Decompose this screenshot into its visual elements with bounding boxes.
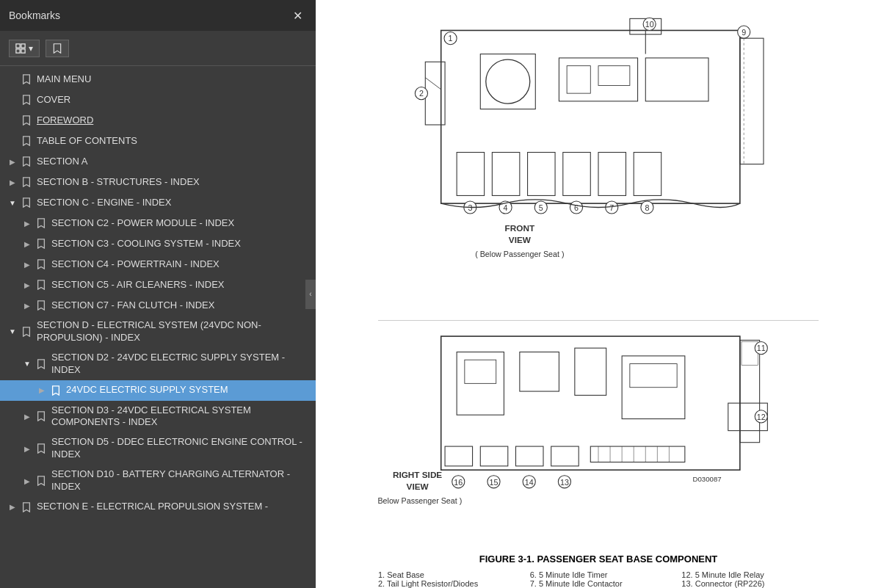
expand-arrow-section-c4[interactable]: ▶ [21,261,34,269]
bookmark-item-section-c4[interactable]: ▶ SECTION C4 - POWERTRAIN - INDEX [0,254,316,275]
layout-btn-arrow: ▾ [29,43,33,54]
svg-text:VIEW: VIEW [509,235,532,244]
svg-rect-58 [516,446,544,466]
svg-rect-56 [445,446,473,466]
expand-arrow-section-b[interactable]: ▶ [6,178,19,186]
svg-text:FRONT: FRONT [505,223,535,233]
bookmark-item-cover[interactable]: ▶ COVER [0,90,316,110]
svg-rect-17 [528,152,555,195]
svg-rect-48 [465,360,496,383]
bookmark-icon-section-c2 [35,217,47,229]
svg-rect-11 [740,38,764,164]
diagram-area: 10 2 1 9 3 4 5 6 7 8 [378,15,819,588]
bookmark-item-toc[interactable]: ▶ TABLE OF CONTENTS [0,131,316,151]
expand-arrow-section-c2[interactable]: ▶ [21,219,34,228]
expand-arrow-section-e[interactable]: ▶ [6,503,19,511]
expand-arrow-24vdc[interactable]: ▶ [35,386,48,394]
bookmark-icon-24vdc [50,385,62,396]
bookmark-icon-button[interactable] [46,40,69,57]
svg-text:6: 6 [574,203,579,212]
legend-item-13: 13. Connector (RP226) [681,579,819,588]
bookmark-label-section-c3: SECTION C3 - COOLING SYSTEM - INDEX [51,238,310,250]
legend-col-2: 6. 5 Minute Idle Timer 7. 5 Minute Idle … [530,570,667,588]
bookmark-list: ▶ MAIN MENU▶ COVER▶ FOREWORD▶ TABLE OF C… [0,66,316,588]
sidebar-toolbar: ▾ [0,31,316,66]
bookmark-item-section-b[interactable]: ▶ SECTION B - STRUCTURES - INDEX [0,172,316,192]
bookmark-item-section-e[interactable]: ▶ SECTION E - ELECTRICAL PROPULSION SYST… [0,497,316,518]
bookmark-item-section-d2[interactable]: ▼ SECTION D2 - 24VDC ELECTRIC SUPPLY SYS… [0,348,316,380]
bookmark-label-main-menu: MAIN MENU [37,73,310,86]
svg-rect-9 [598,66,630,86]
close-button[interactable]: ✕ [289,7,307,24]
expand-arrow-section-d2[interactable]: ▼ [21,360,34,368]
svg-rect-50 [575,348,606,395]
bookmark-item-section-d5[interactable]: ▶ SECTION D5 - DDEC ELECTRONIC ENGINE CO… [0,432,316,465]
svg-text:1: 1 [449,34,453,43]
right-side-view-diagram: 11 12 16 15 14 13 D030087 RIGHT SIDE VIE… [378,324,819,545]
svg-rect-8 [567,66,590,93]
svg-rect-18 [563,152,590,195]
bookmark-icon-main-menu [21,73,32,85]
bookmark-icon-section-b [21,176,32,188]
svg-rect-16 [492,152,519,195]
bookmark-label-section-d2: SECTION D2 - 24VDC ELECTRIC SUPPLY SYSTE… [51,352,310,377]
figure-title: FIGURE 3-1. PASSENGER SEAT BASE COMPONEN… [378,553,819,565]
expand-arrow-section-d5[interactable]: ▶ [21,445,34,453]
svg-text:( Below Passenger Seat ): ( Below Passenger Seat ) [475,250,564,258]
expand-arrow-section-a[interactable]: ▶ [6,158,19,166]
svg-text:13: 13 [560,478,569,487]
bookmark-icon-section-d2 [35,358,47,370]
expand-arrow-section-c[interactable]: ▼ [6,199,19,207]
main-content: 10 2 1 9 3 4 5 6 7 8 [316,0,881,588]
svg-rect-52 [630,364,677,388]
expand-arrow-section-c5[interactable]: ▶ [21,281,34,289]
bookmark-item-foreword[interactable]: ▶ FOREWORD [0,110,316,131]
bookmark-item-section-c3[interactable]: ▶ SECTION C3 - COOLING SYSTEM - INDEX [0,233,316,254]
legend: 1. Seat Base 2. Tail Light Resistor/Diod… [378,570,819,588]
bookmark-icon [52,43,62,54]
svg-rect-10 [645,58,708,101]
expand-arrow-section-c3[interactable]: ▶ [21,240,34,248]
bookmark-item-section-c5[interactable]: ▶ SECTION C5 - AIR CLEANERS - INDEX [0,275,316,295]
svg-text:12: 12 [757,413,766,421]
expand-arrow-section-d10[interactable]: ▶ [21,477,34,485]
bookmark-item-24vdc[interactable]: ▶ 24VDC ELECTRIC SUPPLY SYSTEM [0,380,316,401]
svg-text:2: 2 [419,89,424,98]
bookmark-label-section-d3: SECTION D3 - 24VDC ELECTRICAL SYSTEM COM… [51,404,310,429]
bookmark-item-section-c2[interactable]: ▶ SECTION C2 - POWER MODULE - INDEX [0,213,316,233]
expand-arrow-section-c7[interactable]: ▶ [21,302,34,310]
bookmark-label-foreword: FOREWORD [37,115,310,127]
svg-rect-21 [425,62,445,125]
bookmark-label-section-c5: SECTION C5 - AIR CLEANERS - INDEX [51,279,310,291]
bookmark-item-section-d3[interactable]: ▶ SECTION D3 - 24VDC ELECTRICAL SYSTEM C… [0,401,316,433]
expand-arrow-section-d3[interactable]: ▶ [21,413,34,421]
legend-item-1: 1. Seat Base [378,570,515,579]
bookmark-icon-cover [21,94,32,106]
svg-rect-15 [457,152,484,195]
legend-item-2: 2. Tail Light Resistor/Diodes (RD1/RD2) [378,579,515,588]
svg-rect-3 [21,48,25,52]
bookmark-item-section-d[interactable]: ▼ SECTION D - ELECTRICAL SYSTEM (24VDC N… [0,316,316,348]
bookmark-icon-section-d [21,326,32,338]
bookmark-label-section-c7: SECTION C7 - FAN CLUTCH - INDEX [51,300,310,312]
bookmark-label-section-b: SECTION B - STRUCTURES - INDEX [37,176,310,189]
sidebar-header: Bookmarks ✕ [0,0,316,31]
bookmark-item-section-a[interactable]: ▶ SECTION A [0,151,316,172]
bookmark-item-section-d10[interactable]: ▶ SECTION D10 - BATTERY CHARGING ALTERNA… [0,465,316,497]
collapse-sidebar-button[interactable]: ‹ [305,280,316,309]
legend-col-1: 1. Seat Base 2. Tail Light Resistor/Diod… [378,570,515,588]
bookmark-label-section-d5: SECTION D5 - DDEC ELECTRONIC ENGINE CONT… [51,436,310,461]
bookmark-item-section-c[interactable]: ▼ SECTION C - ENGINE - INDEX [0,192,316,213]
expand-arrow-section-d[interactable]: ▼ [6,327,19,335]
bookmark-icon-section-c5 [35,279,47,291]
svg-text:14: 14 [525,478,534,487]
bookmark-label-section-c: SECTION C - ENGINE - INDEX [37,197,310,209]
bookmark-item-section-c7[interactable]: ▶ SECTION C7 - FAN CLUTCH - INDEX [0,295,316,316]
svg-text:11: 11 [757,344,766,353]
legend-col-3: 12. 5 Minute Idle Relay 13. Connector (R… [681,570,819,588]
legend-item-6: 6. 5 Minute Idle Timer [530,570,667,579]
svg-rect-59 [551,446,579,466]
svg-point-6 [486,59,530,104]
bookmark-item-main-menu[interactable]: ▶ MAIN MENU [0,69,316,90]
layout-button[interactable]: ▾ [9,40,40,57]
